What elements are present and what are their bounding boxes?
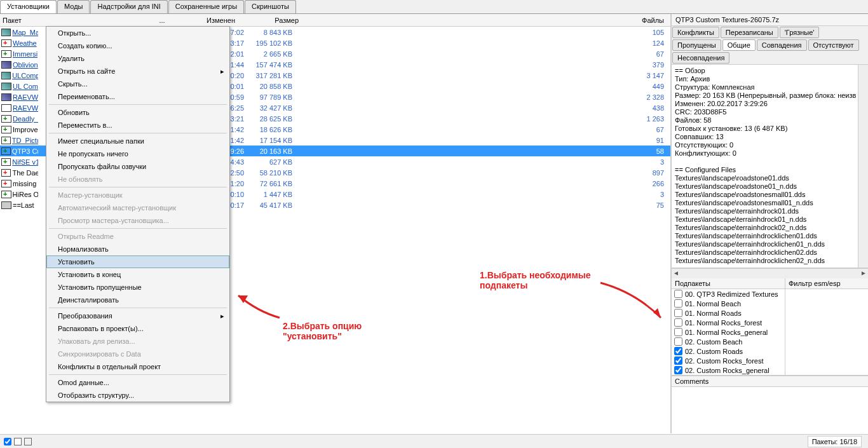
horizontal-scrollbar[interactable] xyxy=(672,268,868,278)
tab-mods[interactable]: Моды xyxy=(57,0,90,13)
package-name: HiRes O xyxy=(13,191,38,198)
col-files[interactable]: Файлы xyxy=(305,17,670,24)
info-line: Структура: Комплексная xyxy=(675,83,865,92)
rtab-skipped[interactable]: Пропущены xyxy=(672,39,721,51)
menu-item[interactable]: Пропускать файлы озвучки xyxy=(46,160,229,173)
subpackage-checkbox[interactable] xyxy=(674,347,682,355)
info-line: Совпавших: 13 xyxy=(675,133,865,141)
package-name: ULComp xyxy=(12,72,38,79)
col-modified[interactable]: Изменен xyxy=(165,17,241,24)
comments-body[interactable] xyxy=(672,387,868,406)
package-icon xyxy=(1,29,11,36)
cell-size: 97 789 KB xyxy=(248,93,299,101)
menu-item[interactable]: Нормализовать xyxy=(46,243,229,255)
menu-item: Синхронизировать с Data xyxy=(46,348,229,360)
subpackage-checkbox[interactable] xyxy=(674,337,682,346)
menu-item: Мастер-установщик xyxy=(46,189,229,201)
subpackage-panel: Подпакеты 00. QTP3 Redimized Textures01.… xyxy=(672,278,785,375)
subpackage-item[interactable]: 02. Custom Rocks_forest xyxy=(672,356,785,365)
subpackage-checkbox[interactable] xyxy=(674,356,682,365)
col-size[interactable]: Размер xyxy=(241,17,305,24)
package-icon xyxy=(1,104,11,112)
col-package[interactable]: Пакет xyxy=(0,17,159,24)
package-icon xyxy=(1,201,11,209)
subpackage-label: 02. Custom Rocks_general xyxy=(685,367,770,374)
subpackage-item[interactable]: 00. QTP3 Redimized Textures xyxy=(672,289,785,299)
col-dots[interactable]: ... xyxy=(159,17,165,24)
package-name: UL Com xyxy=(13,83,38,90)
cell-size: 20 858 KB xyxy=(248,83,299,90)
info-line: == Configured Files xyxy=(675,166,865,174)
menu-item[interactable]: Отобразить структуру... xyxy=(46,389,229,402)
subpackage-item[interactable]: 01. Normal Roads xyxy=(672,308,785,318)
package-name: TD_Pictu xyxy=(12,137,38,144)
menu-item[interactable]: Установить пропущенные xyxy=(46,281,229,294)
menu-item[interactable]: Обновить xyxy=(46,106,229,119)
menu-item[interactable]: Конфликты в отдельный проект xyxy=(46,360,229,373)
subpackage-list[interactable]: 00. QTP3 Redimized Textures01. Normal Be… xyxy=(672,289,785,375)
subpackage-item[interactable]: 01. Normal Rocks_forest xyxy=(672,318,785,327)
rtab-mismatch[interactable]: Несовпадения xyxy=(672,52,729,64)
package-title: QTP3 Custom Textures-26075.7z xyxy=(672,14,868,26)
comments-section: Comments xyxy=(672,376,868,406)
info-line xyxy=(675,158,865,166)
info-text: == ОбзорТип: АрхивСтруктура: Комплексная… xyxy=(672,65,868,268)
status-icon-red[interactable] xyxy=(14,438,22,445)
menu-item[interactable]: Установить xyxy=(46,255,229,268)
tab-installers[interactable]: Установщики xyxy=(0,0,57,13)
subpackage-item[interactable]: 01. Normal Rocks_general xyxy=(672,327,785,337)
info-line: Размер: 20 163 KB (Непрерывный, размер б… xyxy=(675,92,865,100)
menu-item[interactable]: Деинсталлировать xyxy=(46,294,229,306)
info-line: Отсутствующих: 0 xyxy=(675,141,865,149)
menu-item[interactable]: Переименовать... xyxy=(46,90,229,103)
subpackage-item[interactable]: 01. Normal Beach xyxy=(672,299,785,308)
subpackage-checkbox[interactable] xyxy=(674,318,682,327)
rtab-missing[interactable]: Отсутствуют xyxy=(808,39,859,51)
subpackage-checkbox[interactable] xyxy=(674,299,682,308)
rtab-overwrite[interactable]: Перезаписаны xyxy=(721,27,778,38)
rtab-general[interactable]: Общие xyxy=(722,39,756,51)
package-name: RAEVW xyxy=(13,104,38,112)
menu-item[interactable]: Распаковать в проект(ы)... xyxy=(46,322,229,335)
menu-item[interactable]: Открыть... xyxy=(46,27,229,39)
package-icon xyxy=(1,50,11,58)
subpackage-item[interactable]: 02. Custom Beach xyxy=(672,337,785,346)
menu-item[interactable]: Создать копию... xyxy=(46,39,229,52)
menu-item[interactable]: Открыть на сайте▸ xyxy=(46,65,229,78)
menu-item[interactable]: Имеет специальные папки xyxy=(46,135,229,147)
menu-item[interactable]: Преобразования▸ xyxy=(46,309,229,322)
subpackage-checkbox[interactable] xyxy=(674,328,682,336)
menu-item[interactable]: Установить в конец xyxy=(46,268,229,281)
menu-item[interactable]: Скрыть... xyxy=(46,78,229,90)
subpackage-label: 01. Normal Roads xyxy=(685,309,742,317)
tab-screens[interactable]: Скриншоты xyxy=(245,0,296,13)
subpackage-checkbox[interactable] xyxy=(674,366,682,374)
menu-item[interactable]: Удалить xyxy=(46,52,229,65)
package-icon xyxy=(1,72,11,79)
package-name: Oblivion xyxy=(13,61,38,69)
rtab-conflicts[interactable]: Конфликты xyxy=(672,27,719,38)
menu-item[interactable]: Omod данные... xyxy=(46,376,229,389)
rtab-matched[interactable]: Совпадения xyxy=(757,39,807,51)
menu-item[interactable]: Переместить в... xyxy=(46,119,229,132)
status-icon-3[interactable] xyxy=(24,438,32,445)
rtab-dirty[interactable]: 'Грязные' xyxy=(780,27,820,38)
subpackage-checkbox[interactable] xyxy=(674,309,682,317)
package-name: Weathe xyxy=(13,39,37,47)
subpackage-item[interactable]: 02. Custom Roads xyxy=(672,346,785,356)
package-name: The Dae xyxy=(12,169,38,177)
cell-files: 67 xyxy=(299,126,670,133)
status-check-green[interactable] xyxy=(4,438,11,445)
cell-files: 67 xyxy=(299,50,670,58)
menu-item[interactable]: Не пропускать ничего xyxy=(46,147,229,160)
subpackage-item[interactable]: 02. Custom Rocks_general xyxy=(672,365,785,375)
cell-files: 449 xyxy=(299,83,670,90)
subpackage-checkbox[interactable] xyxy=(674,290,682,298)
vertical-scrollbar[interactable] xyxy=(858,65,868,268)
package-icon xyxy=(1,191,11,198)
tab-saves[interactable]: Сохраненные игры xyxy=(168,0,244,13)
cell-size: 1 447 KB xyxy=(248,191,299,198)
package-icon xyxy=(1,93,11,101)
info-line: Textures\landscape\terrainhdrocklichen02… xyxy=(675,257,865,265)
tab-ini[interactable]: Надстройки для INI xyxy=(90,0,167,13)
